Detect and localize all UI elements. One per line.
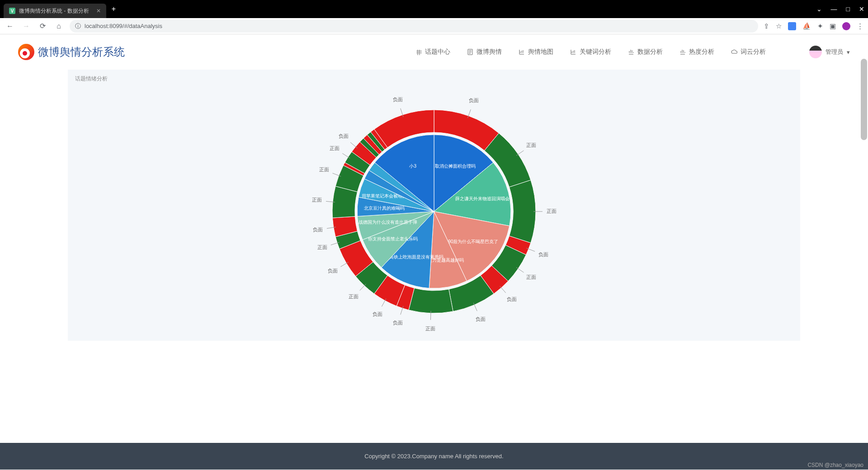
svg-text:负面: 负面: [538, 252, 548, 257]
browser-toolbar: ← → ⟳ ⌂ ⓘ localhost:8099/#/dataAnalysis …: [0, 18, 868, 34]
nav-weibo-sentiment[interactable]: 微博舆情: [467, 48, 502, 56]
window-maximize-button[interactable]: □: [846, 5, 850, 13]
user-role: 管理员: [826, 48, 843, 56]
svg-text:薛之谦天外来物巡回演唱会: 薛之谦天外来物巡回演唱会: [455, 196, 509, 201]
app-name: 微博舆情分析系统: [38, 45, 125, 59]
svg-text:正面: 正面: [319, 167, 329, 172]
nav-label: 热度分析: [689, 48, 714, 56]
app-logo[interactable]: 微博舆情分析系统: [18, 44, 125, 60]
menu-icon[interactable]: ⋮: [857, 22, 863, 30]
page-footer: Copyright © 2023.Company name All rights…: [0, 443, 868, 470]
svg-text:正面: 正面: [330, 146, 340, 151]
nav-label: 词云分析: [741, 48, 766, 56]
nav-label: 话题中心: [425, 48, 450, 56]
new-tab-button[interactable]: +: [112, 5, 116, 13]
bookmark-icon[interactable]: ☆: [776, 22, 782, 30]
share-icon[interactable]: ⇪: [764, 22, 769, 30]
site-info-icon[interactable]: ⓘ: [75, 22, 81, 30]
main-nav: 话题中心 微博舆情 舆情地图 关键词分析 数据分析 热度分析 词云分析 管理员: [415, 46, 850, 58]
forward-button: →: [21, 22, 32, 30]
chevron-down-icon: ▾: [847, 49, 850, 56]
extension-icon[interactable]: [788, 22, 796, 30]
svg-text:负面: 负面: [328, 268, 338, 273]
scrollbar-thumb[interactable]: [861, 59, 867, 140]
cloud-icon: [731, 48, 738, 56]
nav-label: 关键词分析: [580, 48, 611, 56]
extension-icon[interactable]: ⛵: [802, 22, 811, 30]
svg-text:正面: 正面: [526, 142, 536, 148]
svg-text:负面: 负面: [313, 227, 323, 232]
home-button[interactable]: ⌂: [53, 22, 64, 30]
nav-topic-center[interactable]: 话题中心: [415, 48, 450, 56]
user-avatar: [809, 46, 822, 58]
nav-data-analysis[interactable]: 数据分析: [627, 48, 663, 56]
chart-title: 话题情绪分析: [75, 75, 793, 83]
window-titlebar: V 微博舆情分析系统 - 数据分析 ✕ + ⌄ — □ ✕: [0, 0, 868, 18]
nav-keyword-analysis[interactable]: 关键词分析: [570, 48, 611, 56]
svg-text:小3: 小3: [409, 164, 416, 169]
main-content: 话题情绪分析 取消公摊面积合理吗薛之谦天外来物巡回演唱会90后为什么不喝星巴克了…: [0, 70, 868, 443]
svg-text:负面: 负面: [469, 98, 479, 103]
nav-label: 舆情地图: [528, 48, 553, 56]
svg-text:正面: 正面: [526, 274, 536, 280]
svg-text:正面: 正面: [349, 294, 359, 299]
nav-wordcloud[interactable]: 词云分析: [731, 48, 766, 56]
chart-icon: [518, 48, 525, 56]
chart-panel: 话题情绪分析 取消公摊面积合理吗薛之谦天外来物巡回演唱会90后为什么不喝星巴克了…: [68, 70, 800, 341]
window-close-button[interactable]: ✕: [859, 5, 864, 13]
back-button[interactable]: ←: [5, 22, 15, 30]
nav-sentiment-map[interactable]: 舆情地图: [518, 48, 553, 56]
svg-text:二战德国为什么没有造出原子弹: 二战德国为什么没有造出原子弹: [354, 220, 417, 225]
hash-icon: [415, 48, 422, 56]
svg-text:90后为什么不喝星巴克了: 90后为什么不喝星巴克了: [448, 239, 498, 244]
weibo-logo-icon: [18, 44, 34, 60]
svg-text:正面: 正面: [425, 326, 435, 331]
tab-favicon: V: [9, 8, 15, 14]
reload-button[interactable]: ⟳: [37, 22, 48, 30]
svg-text:负面: 负面: [373, 311, 382, 317]
document-icon: [467, 48, 474, 56]
profile-avatar[interactable]: [842, 22, 850, 30]
watermark: CSDN @zhao_xiaoyao: [807, 462, 863, 468]
svg-text:负面: 负面: [393, 97, 403, 102]
svg-text:正面: 正面: [317, 244, 327, 250]
browser-tab[interactable]: V 微博舆情分析系统 - 数据分析 ✕: [4, 4, 106, 18]
copyright-text: Copyright © 2023.Company name All rights…: [364, 453, 503, 460]
user-menu[interactable]: 管理员 ▾: [809, 46, 850, 58]
bars-icon: [627, 48, 635, 56]
nav-heat-analysis[interactable]: 热度分析: [679, 48, 714, 56]
bars-icon: [679, 48, 686, 56]
chart-icon: [570, 48, 577, 56]
close-tab-icon[interactable]: ✕: [96, 8, 101, 14]
svg-text:在高铁上吃泡面是没有素质吗: 在高铁上吃泡面是没有素质吗: [385, 254, 443, 259]
svg-text:负面: 负面: [507, 296, 517, 302]
app-header: 微博舆情分析系统 话题中心 微博舆情 舆情地图 关键词分析 数据分析 热度分析: [0, 34, 868, 70]
svg-text:取消公摊面积合理吗: 取消公摊面积合理吗: [435, 164, 476, 169]
tab-title: 微博舆情分析系统 - 数据分析: [19, 7, 89, 15]
url-text: localhost:8099/#/dataAnalysis: [85, 23, 162, 29]
window-minimize-button[interactable]: —: [831, 5, 837, 13]
svg-text:负面: 负面: [339, 133, 349, 139]
svg-text:北京豆汁真的难喝吗: 北京豆汁真的难喝吗: [364, 206, 405, 211]
svg-text:正面: 正面: [312, 197, 322, 202]
chevron-down-icon[interactable]: ⌄: [816, 5, 822, 13]
svg-text:你支持全面禁止老头乐吗: 你支持全面禁止老头乐吗: [368, 236, 418, 241]
nav-label: 数据分析: [637, 48, 663, 56]
svg-text:负面: 负面: [476, 316, 486, 322]
nav-label: 微博舆情: [476, 48, 502, 56]
extensions-icon[interactable]: ✦: [817, 22, 823, 30]
svg-text:负面: 负面: [393, 320, 403, 325]
panel-icon[interactable]: ▣: [830, 22, 836, 30]
svg-text:正面: 正面: [547, 208, 557, 214]
address-bar[interactable]: ⓘ localhost:8099/#/dataAnalysis: [70, 20, 758, 33]
nested-pie-chart[interactable]: 取消公摊面积合理吗薛之谦天外来物巡回演唱会90后为什么不喝星巴克了免疫力是越高越…: [231, 83, 637, 336]
